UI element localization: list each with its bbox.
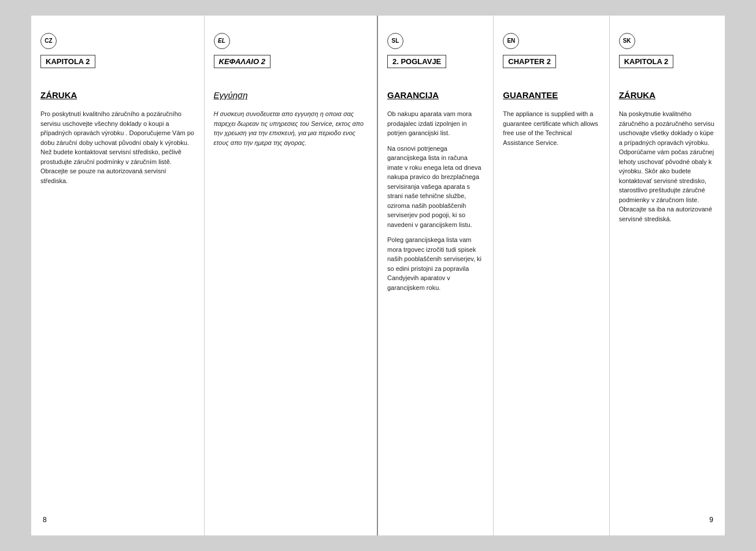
page-number-left: 8 — [43, 516, 47, 524]
el-badge: EL — [214, 33, 230, 49]
el-chapter-box: ΚΕΦΑΛΑΙΟ 2 — [214, 55, 270, 68]
en-body: The appliance is supplied with a guarant… — [503, 109, 599, 147]
cz-section-title: ZÁRUKA — [40, 90, 195, 100]
sk-chapter-box: KAPITOLA 2 — [619, 55, 674, 68]
en-section-title: GUARANTEE — [503, 90, 599, 100]
en-chapter-box: CHAPTER 2 — [503, 55, 556, 68]
cz-body: Pro poskytnutí kvalitního záručního a po… — [40, 109, 195, 185]
sk-badge: SK — [619, 33, 635, 49]
sl-badge: SL — [387, 33, 403, 49]
cz-chapter-box: KAPITOLA 2 — [40, 55, 95, 68]
sl-chapter-box: 2. POGLAVJE — [387, 55, 446, 68]
sk-section-title: ZÁRUKA — [619, 90, 716, 100]
sl-body: Ob nakupu aparata vam mora prodajalec iz… — [387, 109, 484, 292]
cz-badge: CZ — [40, 33, 57, 49]
el-section-title: Εγγύηση — [214, 90, 368, 100]
en-badge: EN — [503, 33, 519, 49]
page-number-right: 9 — [709, 516, 713, 524]
sk-body: Na poskytnutie kvalitného záručného a po… — [619, 109, 716, 224]
el-body: Η συσκευη συνοδευεται απο εγγυηση η οποι… — [214, 109, 368, 147]
sl-section-title: GARANCIJA — [387, 90, 484, 100]
